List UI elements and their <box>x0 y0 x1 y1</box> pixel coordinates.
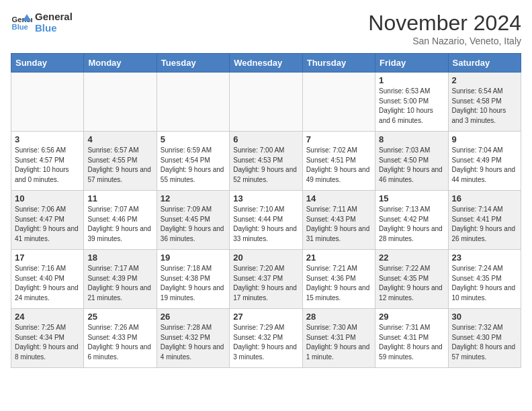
day-number: 17 <box>15 253 80 263</box>
day-info: Sunrise: 6:59 AM Sunset: 4:54 PM Dayligh… <box>161 146 226 185</box>
day-info: Sunrise: 7:22 AM Sunset: 4:35 PM Dayligh… <box>379 264 444 303</box>
calendar-day-cell <box>11 73 84 132</box>
logo: General Blue General Blue <box>11 11 73 34</box>
calendar-day-cell: 21Sunrise: 7:21 AM Sunset: 4:36 PM Dayli… <box>302 250 375 309</box>
day-info: Sunrise: 7:00 AM Sunset: 4:53 PM Dayligh… <box>233 146 298 185</box>
calendar-day-header: Monday <box>84 54 157 73</box>
day-number: 5 <box>161 134 226 144</box>
calendar-day-cell: 8Sunrise: 7:03 AM Sunset: 4:50 PM Daylig… <box>375 132 448 191</box>
logo-line2: Blue <box>35 22 73 34</box>
calendar-day-cell: 6Sunrise: 7:00 AM Sunset: 4:53 PM Daylig… <box>230 132 302 191</box>
day-info: Sunrise: 7:02 AM Sunset: 4:51 PM Dayligh… <box>306 146 371 185</box>
logo-icon: General Blue <box>11 11 32 33</box>
day-number: 13 <box>233 193 298 203</box>
calendar-day-cell: 4Sunrise: 6:57 AM Sunset: 4:55 PM Daylig… <box>84 132 157 191</box>
day-info: Sunrise: 7:24 AM Sunset: 4:35 PM Dayligh… <box>452 264 517 303</box>
calendar-week-row: 24Sunrise: 7:25 AM Sunset: 4:34 PM Dayli… <box>11 309 521 368</box>
day-number: 2 <box>452 75 517 85</box>
day-info: Sunrise: 7:07 AM Sunset: 4:46 PM Dayligh… <box>87 205 152 244</box>
day-info: Sunrise: 7:31 AM Sunset: 4:31 PM Dayligh… <box>379 323 444 362</box>
calendar-day-header: Saturday <box>448 54 521 73</box>
day-info: Sunrise: 7:04 AM Sunset: 4:49 PM Dayligh… <box>452 146 517 185</box>
day-info: Sunrise: 7:14 AM Sunset: 4:41 PM Dayligh… <box>452 205 517 244</box>
calendar-day-cell: 27Sunrise: 7:29 AM Sunset: 4:32 PM Dayli… <box>230 309 302 368</box>
day-number: 3 <box>15 134 80 144</box>
day-info: Sunrise: 7:11 AM Sunset: 4:43 PM Dayligh… <box>306 205 371 244</box>
calendar-header-row: SundayMondayTuesdayWednesdayThursdayFrid… <box>11 54 521 73</box>
svg-text:Blue: Blue <box>12 23 28 31</box>
day-number: 9 <box>452 134 517 144</box>
day-number: 18 <box>87 253 152 263</box>
day-info: Sunrise: 7:30 AM Sunset: 4:31 PM Dayligh… <box>306 323 371 362</box>
day-number: 6 <box>233 134 298 144</box>
day-info: Sunrise: 7:10 AM Sunset: 4:44 PM Dayligh… <box>233 205 298 244</box>
day-info: Sunrise: 7:17 AM Sunset: 4:39 PM Dayligh… <box>87 264 152 303</box>
calendar-day-cell: 7Sunrise: 7:02 AM Sunset: 4:51 PM Daylig… <box>302 132 375 191</box>
day-number: 7 <box>306 134 371 144</box>
calendar-week-row: 17Sunrise: 7:16 AM Sunset: 4:40 PM Dayli… <box>11 250 521 309</box>
day-info: Sunrise: 7:28 AM Sunset: 4:32 PM Dayligh… <box>161 323 226 362</box>
calendar-day-cell: 13Sunrise: 7:10 AM Sunset: 4:44 PM Dayli… <box>230 191 302 250</box>
title-block: November 2024 San Nazario, Veneto, Italy <box>368 11 521 46</box>
month-title: November 2024 <box>368 11 521 36</box>
calendar-day-header: Sunday <box>11 54 84 73</box>
day-number: 12 <box>161 193 226 203</box>
calendar-day-cell: 5Sunrise: 6:59 AM Sunset: 4:54 PM Daylig… <box>157 132 229 191</box>
day-info: Sunrise: 6:54 AM Sunset: 4:58 PM Dayligh… <box>452 87 517 126</box>
calendar-day-cell <box>230 73 302 132</box>
calendar-day-cell: 1Sunrise: 6:53 AM Sunset: 5:00 PM Daylig… <box>375 73 448 132</box>
calendar-day-cell: 25Sunrise: 7:26 AM Sunset: 4:33 PM Dayli… <box>84 309 157 368</box>
day-info: Sunrise: 7:03 AM Sunset: 4:50 PM Dayligh… <box>379 146 444 185</box>
day-number: 23 <box>452 253 517 263</box>
calendar-week-row: 1Sunrise: 6:53 AM Sunset: 5:00 PM Daylig… <box>11 73 521 132</box>
day-number: 1 <box>379 75 444 85</box>
day-info: Sunrise: 7:06 AM Sunset: 4:47 PM Dayligh… <box>15 205 80 244</box>
calendar-body: 1Sunrise: 6:53 AM Sunset: 5:00 PM Daylig… <box>11 73 521 368</box>
calendar-day-cell: 15Sunrise: 7:13 AM Sunset: 4:42 PM Dayli… <box>375 191 448 250</box>
day-number: 26 <box>161 312 226 322</box>
logo-line1: General <box>35 11 73 22</box>
calendar-day-cell: 16Sunrise: 7:14 AM Sunset: 4:41 PM Dayli… <box>448 191 521 250</box>
day-info: Sunrise: 7:09 AM Sunset: 4:45 PM Dayligh… <box>161 205 226 244</box>
calendar-day-cell: 3Sunrise: 6:56 AM Sunset: 4:57 PM Daylig… <box>11 132 84 191</box>
calendar-day-cell: 14Sunrise: 7:11 AM Sunset: 4:43 PM Dayli… <box>302 191 375 250</box>
calendar-day-cell: 18Sunrise: 7:17 AM Sunset: 4:39 PM Dayli… <box>84 250 157 309</box>
calendar-day-cell <box>84 73 157 132</box>
day-number: 30 <box>452 312 517 322</box>
day-number: 14 <box>306 193 371 203</box>
day-number: 16 <box>452 193 517 203</box>
calendar-day-cell: 20Sunrise: 7:20 AM Sunset: 4:37 PM Dayli… <box>230 250 302 309</box>
day-number: 8 <box>379 134 444 144</box>
day-info: Sunrise: 7:13 AM Sunset: 4:42 PM Dayligh… <box>379 205 444 244</box>
day-number: 11 <box>87 193 152 203</box>
calendar-day-cell: 29Sunrise: 7:31 AM Sunset: 4:31 PM Dayli… <box>375 309 448 368</box>
calendar-day-cell: 9Sunrise: 7:04 AM Sunset: 4:49 PM Daylig… <box>448 132 521 191</box>
day-info: Sunrise: 7:25 AM Sunset: 4:34 PM Dayligh… <box>15 323 80 362</box>
calendar-day-header: Wednesday <box>230 54 302 73</box>
day-info: Sunrise: 6:57 AM Sunset: 4:55 PM Dayligh… <box>87 146 152 185</box>
day-number: 24 <box>15 312 80 322</box>
calendar-day-cell: 17Sunrise: 7:16 AM Sunset: 4:40 PM Dayli… <box>11 250 84 309</box>
calendar-day-cell <box>302 73 375 132</box>
day-number: 19 <box>161 253 226 263</box>
calendar-week-row: 10Sunrise: 7:06 AM Sunset: 4:47 PM Dayli… <box>11 191 521 250</box>
day-number: 21 <box>306 253 371 263</box>
calendar-day-cell: 11Sunrise: 7:07 AM Sunset: 4:46 PM Dayli… <box>84 191 157 250</box>
calendar-day-header: Thursday <box>302 54 375 73</box>
day-number: 27 <box>233 312 298 322</box>
day-number: 29 <box>379 312 444 322</box>
calendar-day-cell: 12Sunrise: 7:09 AM Sunset: 4:45 PM Dayli… <box>157 191 229 250</box>
calendar-day-cell: 26Sunrise: 7:28 AM Sunset: 4:32 PM Dayli… <box>157 309 229 368</box>
calendar-day-cell: 23Sunrise: 7:24 AM Sunset: 4:35 PM Dayli… <box>448 250 521 309</box>
day-number: 20 <box>233 253 298 263</box>
day-info: Sunrise: 7:29 AM Sunset: 4:32 PM Dayligh… <box>233 323 298 362</box>
day-number: 4 <box>87 134 152 144</box>
calendar-day-header: Tuesday <box>157 54 229 73</box>
calendar-day-cell: 28Sunrise: 7:30 AM Sunset: 4:31 PM Dayli… <box>302 309 375 368</box>
day-info: Sunrise: 7:20 AM Sunset: 4:37 PM Dayligh… <box>233 264 298 303</box>
calendar-day-cell: 10Sunrise: 7:06 AM Sunset: 4:47 PM Dayli… <box>11 191 84 250</box>
location: San Nazario, Veneto, Italy <box>368 36 521 46</box>
calendar-day-cell: 30Sunrise: 7:32 AM Sunset: 4:30 PM Dayli… <box>448 309 521 368</box>
day-number: 25 <box>87 312 152 322</box>
page-header: General Blue General Blue November 2024 … <box>11 11 521 46</box>
